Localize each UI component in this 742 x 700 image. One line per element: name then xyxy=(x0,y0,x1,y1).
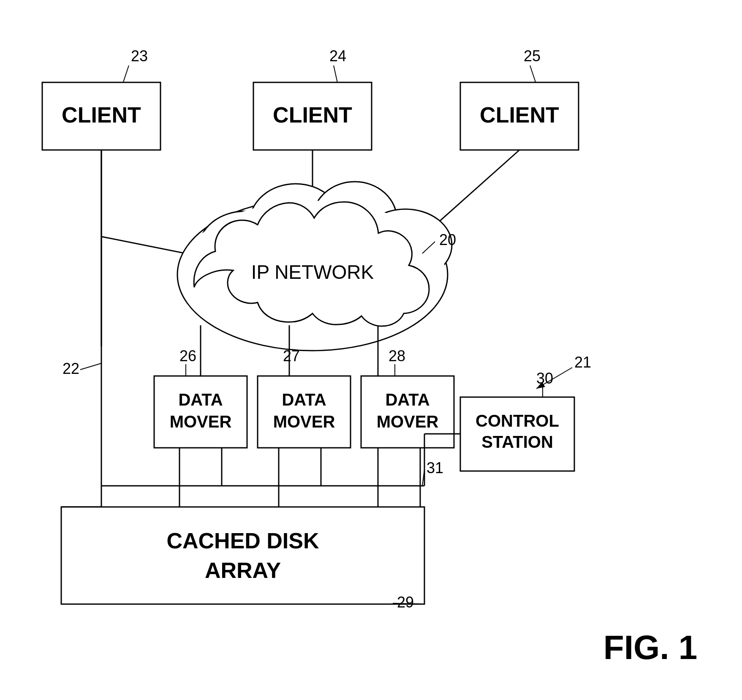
diagram: 23 24 25 CLIENT CLIENT CLIENT xyxy=(0,0,742,700)
cache-label2: ARRAY xyxy=(205,558,281,583)
dm1-label2: MOVER xyxy=(170,412,232,431)
cs-label1: CONTROL xyxy=(476,411,559,430)
svg-line-1 xyxy=(334,65,338,84)
cachedisk-box xyxy=(61,507,424,604)
ref-21: 21 xyxy=(574,354,591,371)
cs-label2: STATION xyxy=(481,433,553,451)
ref-22-line xyxy=(80,363,101,370)
ref-30: 30 xyxy=(536,370,553,387)
datamover1-box xyxy=(154,376,247,448)
dm3-label2: MOVER xyxy=(377,412,439,431)
datamover2-box xyxy=(258,376,351,448)
ref-28: 28 xyxy=(389,347,405,365)
client1-label: CLIENT xyxy=(62,103,141,127)
cache-label1: CACHED DISK xyxy=(166,528,319,553)
svg-line-0 xyxy=(122,65,129,84)
dm2-label2: MOVER xyxy=(273,412,335,431)
ref-20: 20 xyxy=(439,231,456,248)
ref-22: 22 xyxy=(63,360,79,377)
fig-label: FIG. 1 xyxy=(603,629,697,666)
dm1-label1: DATA xyxy=(178,390,223,409)
ref-24: 24 xyxy=(329,47,346,65)
ref-29: 29 xyxy=(397,594,414,611)
ref-26: 26 xyxy=(179,347,196,365)
datamover3-box xyxy=(361,376,454,448)
dm2-label1: DATA xyxy=(282,390,326,409)
ref-27: 27 xyxy=(283,347,300,365)
svg-line-2 xyxy=(530,65,536,84)
ref-25: 25 xyxy=(524,47,541,65)
dm3-label1: DATA xyxy=(385,390,429,409)
client2-label: CLIENT xyxy=(273,103,352,127)
client3-label: CLIENT xyxy=(480,103,559,127)
ref-23: 23 xyxy=(131,47,148,65)
ref-31: 31 xyxy=(427,459,443,477)
network-label-line1: IP NETWORK xyxy=(251,261,374,283)
